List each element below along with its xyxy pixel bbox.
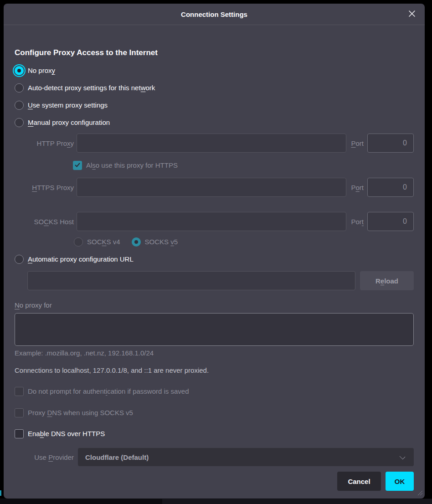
socks-port-input <box>367 212 414 231</box>
localhost-note-text: Connections to localhost, 127.0.0.1/8, a… <box>15 366 414 375</box>
checkmark-icon <box>74 162 81 170</box>
socks-port-label: Port <box>351 218 364 226</box>
socks-v4-label: SOCKS v4 <box>87 237 120 247</box>
checkbox-row-no-prompt-auth: Do not prompt for authentication if pass… <box>15 387 414 396</box>
enable-doh-checkbox[interactable] <box>15 429 24 438</box>
close-icon <box>408 10 416 19</box>
auto-url-label: Automatic proxy configuration URL <box>28 255 134 264</box>
doh-provider-label: Use Provider <box>15 453 74 461</box>
no-prompt-auth-label: Do not prompt for authentication if pass… <box>28 387 189 396</box>
checkbox-row-doh: Enable DNS over HTTPS <box>15 429 414 438</box>
https-proxy-label: HTTPS Proxy <box>15 184 74 191</box>
http-proxy-input <box>77 134 346 153</box>
http-proxy-row: HTTP Proxy Port <box>15 134 414 153</box>
socks-v4-radio <box>74 237 83 247</box>
dialog-actions: Cancel OK <box>15 472 414 491</box>
socks-v5-label: SOCKS v5 <box>145 237 178 247</box>
radio-row-auto-url: Automatic proxy configuration URL <box>15 255 414 264</box>
http-port-input <box>367 134 414 153</box>
manual-proxy-radio[interactable] <box>15 118 24 127</box>
socks-v5-radio <box>132 237 141 247</box>
system-proxy-radio[interactable] <box>15 101 24 110</box>
https-proxy-input <box>77 178 346 197</box>
also-https-label: Also use this proxy for HTTPS <box>86 161 178 170</box>
auto-url-input <box>27 271 355 290</box>
radio-row-system-proxy: Use system proxy settings <box>15 101 414 110</box>
socks-version-row: SOCKS v4 SOCKS v5 <box>74 237 414 247</box>
auto-detect-label: Auto-detect proxy settings for this netw… <box>28 83 155 93</box>
checkbox-row-proxy-dns: Proxy DNS when using SOCKS v5 <box>15 408 414 417</box>
socks-host-row: SOCKS Host Port <box>15 212 414 231</box>
chevron-down-icon <box>400 454 406 460</box>
radio-row-auto-detect: Auto-detect proxy settings for this netw… <box>15 83 414 93</box>
dialog-header: Connection Settings <box>4 4 425 25</box>
doh-provider-selected-value: Cloudflare (Default) <box>85 453 149 461</box>
https-port-input <box>367 178 414 197</box>
page-behind-strip-light <box>162 499 432 504</box>
socks-host-input <box>77 212 346 231</box>
proxy-dns-checkbox <box>15 408 24 417</box>
resize-grip-icon[interactable] <box>417 489 423 497</box>
page-edge-accent-mark <box>0 490 1 496</box>
also-https-checkbox <box>73 161 82 170</box>
page-title: Configure Proxy Access to the Internet <box>15 48 414 58</box>
no-prompt-auth-checkbox <box>15 387 24 396</box>
dialog-content: Configure Proxy Access to the Internet N… <box>4 48 425 491</box>
connection-settings-dialog: Connection Settings Configure Proxy Acce… <box>4 4 425 499</box>
radio-row-manual-proxy: Manual proxy configuration <box>15 118 414 127</box>
socks-host-label: SOCKS Host <box>15 218 74 226</box>
proxy-dns-label: Proxy DNS when using SOCKS v5 <box>28 408 133 417</box>
http-proxy-label: HTTP Proxy <box>15 139 74 147</box>
close-button[interactable] <box>406 8 418 21</box>
no-proxy-for-label: No proxy for <box>15 301 414 310</box>
auto-detect-radio[interactable] <box>15 83 24 93</box>
http-port-label: Port <box>351 139 364 147</box>
ok-button[interactable]: OK <box>386 472 414 491</box>
doh-provider-row: Use Provider Cloudflare (Default) <box>15 448 414 466</box>
manual-proxy-label: Manual proxy configuration <box>28 118 110 127</box>
cancel-button[interactable]: Cancel <box>337 472 381 491</box>
dialog-title: Connection Settings <box>181 10 247 18</box>
auto-url-row: Reload <box>27 271 414 290</box>
also-https-row: Also use this proxy for HTTPS <box>73 161 414 170</box>
https-proxy-row: HTTPS Proxy Port <box>15 178 414 197</box>
no-proxy-example-text: Example: .mozilla.org, .net.nz, 192.168.… <box>15 349 414 358</box>
no-proxy-radio[interactable] <box>15 66 24 75</box>
reload-button: Reload <box>360 271 414 290</box>
doh-provider-select: Cloudflare (Default) <box>78 448 414 466</box>
https-port-label: Port <box>351 184 364 191</box>
auto-url-radio[interactable] <box>15 255 24 264</box>
no-proxy-label: No proxy <box>28 66 55 75</box>
no-proxy-for-textarea[interactable] <box>15 313 414 346</box>
enable-doh-label: Enable DNS over HTTPS <box>28 429 105 438</box>
system-proxy-label: Use system proxy settings <box>28 101 108 110</box>
radio-row-no-proxy: No proxy <box>15 66 414 75</box>
